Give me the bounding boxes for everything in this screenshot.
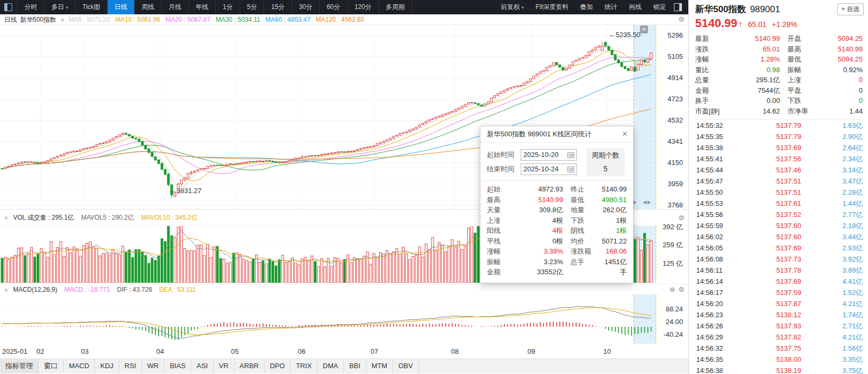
indicator-tab[interactable]: MACD	[64, 359, 95, 373]
tick-volume: 1.52亿	[801, 287, 863, 298]
nav-pair-icon[interactable]: ◀▶	[643, 199, 652, 205]
indicator-tab[interactable]: OBV	[393, 359, 418, 373]
tick-time: 14:56:17	[696, 287, 743, 298]
start-date-input[interactable]: 2025-10-2015	[521, 149, 577, 161]
indicator-tab[interactable]: ARBR	[234, 359, 265, 373]
vol-settings-gear-icon[interactable]: ⚙	[678, 214, 685, 222]
indicator-tab[interactable]: MTM	[366, 359, 393, 373]
chevron-down-icon[interactable]: ∨	[60, 17, 64, 23]
tick-row[interactable]: 14:56:385138.193.75亿	[689, 365, 868, 374]
stat-value: 1.44	[819, 106, 863, 117]
stat-value: 0	[819, 85, 863, 96]
indicator-tab[interactable]: DMA	[318, 359, 344, 373]
stat-value: 0.98	[725, 65, 780, 75]
stat-label: 最低	[571, 195, 601, 205]
tick-row[interactable]: 14:55:325137.791.63亿	[689, 120, 868, 131]
indicator-tab[interactable]: DPO	[265, 359, 291, 373]
indicator-tab[interactable]: 窗口	[39, 359, 64, 373]
macd-chart[interactable]	[0, 294, 656, 344]
start-date-label: 起始时间	[487, 150, 521, 160]
macd-close-icon[interactable]: ⊗	[669, 285, 675, 293]
indicator-tab[interactable]: VR	[214, 359, 234, 373]
month-label: 07	[371, 345, 378, 359]
quote-panel: 新华500指数 989001 + 自选 5140.99↑65.01+1.28% …	[688, 0, 868, 374]
tick-price: 5137.51	[743, 176, 801, 187]
indicator-tab[interactable]: RSI	[119, 359, 142, 373]
tick-price: 5137.46	[743, 164, 801, 176]
calendar-icon[interactable]: 15	[567, 152, 574, 158]
macd-settings-gear-icon[interactable]: ⚙	[678, 285, 685, 293]
quote-stat-row: 金额7544亿平盘0	[695, 85, 863, 96]
tick-row[interactable]: 14:56:085137.733.92亿	[689, 254, 868, 265]
tick-row[interactable]: 14:55:505137.512.28亿	[689, 187, 868, 198]
tick-row[interactable]: 14:56:175137.591.52亿	[689, 287, 868, 298]
tick-time: 14:56:20	[696, 298, 743, 309]
tick-row[interactable]: 14:56:325137.751.56亿	[689, 343, 868, 354]
indicator-tab[interactable]: KDJ	[95, 359, 119, 373]
chart-settings-gear-icon[interactable]: ⚙	[678, 14, 685, 25]
tick-row[interactable]: 14:56:055137.692.93亿	[689, 242, 868, 254]
tick-row[interactable]: 14:56:355138.003.35亿	[689, 354, 868, 365]
stock-code: 989001	[750, 4, 780, 15]
indicator-tab[interactable]: 指标管理	[0, 359, 39, 373]
stat-value: 5140.99	[819, 44, 863, 55]
tick-row[interactable]: 14:56:145137.694.41亿	[689, 276, 868, 287]
tick-row[interactable]: 14:55:355137.792.90亿	[689, 131, 868, 142]
quote-stat-row: 涨幅1.28%最低5094.25	[695, 54, 863, 65]
tick-row[interactable]: 14:55:385137.692.64亿	[689, 142, 868, 153]
tick-time: 14:56:02	[696, 231, 743, 242]
tick-row[interactable]: 14:55:475137.513.47亿	[689, 176, 868, 187]
stat-value: 5140.99	[725, 33, 780, 44]
tick-list[interactable]: 14:55:325137.791.63亿14:55:355137.792.90亿…	[689, 120, 868, 374]
stat-label: 最高	[487, 195, 510, 205]
tick-row[interactable]: 14:55:445137.463.14亿	[689, 164, 868, 176]
tick-volume: 3.44亿	[801, 231, 863, 242]
tick-row[interactable]: 14:56:265137.932.71亿	[689, 320, 868, 332]
macd-main-label: MACD(12,26,9)	[13, 286, 57, 293]
chart-nav-arrows[interactable]: ▶ ◀▶	[633, 199, 652, 205]
tick-volume: 1.63亿	[801, 120, 863, 131]
volume-axis-label: 392 亿	[656, 223, 683, 231]
month-label: 03	[81, 345, 89, 359]
stat-label: 换手	[695, 95, 725, 106]
indicator-tab[interactable]: ASI	[191, 359, 214, 373]
price-annotation: ←3831.27	[170, 187, 201, 195]
indicator-tabbar: 指标管理窗口MACDKDJRSIWRBIASASIVRARBRDPOTRIXDM…	[0, 359, 688, 373]
month-label: 2025-01	[2, 345, 28, 359]
indicator-tab[interactable]: BBI	[344, 359, 366, 373]
dialog-close-icon[interactable]: ✕	[622, 130, 628, 138]
tick-row[interactable]: 14:56:205137.874.21亿	[689, 298, 868, 309]
indicator-tab[interactable]: BIAS	[164, 359, 191, 373]
stat-value: 1451亿手	[601, 257, 627, 267]
selection-close-button[interactable]: ✕	[640, 25, 648, 33]
collapse-icon[interactable]: ∨	[4, 287, 8, 293]
dialog-stat-row: 涨幅3.38%涨跌额168.06	[487, 246, 627, 257]
tick-row[interactable]: 14:55:595137.602.18亿	[689, 220, 868, 231]
stat-label: 总手	[571, 257, 601, 267]
tick-row[interactable]: 14:56:115137.783.89亿	[689, 265, 868, 276]
add-watchlist-button[interactable]: + 自选	[837, 3, 864, 15]
nav-forward-icon[interactable]: ▶	[633, 199, 638, 205]
tick-volume: 1.56亿	[801, 343, 863, 354]
tick-price: 5137.69	[743, 142, 801, 153]
price-axis-label: 4150	[656, 159, 683, 167]
stat-label	[571, 267, 601, 277]
tick-row[interactable]: 14:56:295137.824.21亿	[689, 332, 868, 343]
tick-row[interactable]: 14:56:025137.603.44亿	[689, 231, 868, 242]
tick-row[interactable]: 14:55:565137.522.77亿	[689, 209, 868, 220]
stat-label: 地量	[571, 205, 601, 215]
time-axis: 2025-01020304050607080910	[0, 345, 656, 359]
stat-label: 市盈[静]	[695, 106, 725, 117]
tick-volume: 2.64亿	[801, 142, 863, 153]
calendar-icon[interactable]: 15	[567, 167, 574, 172]
collapse-icon[interactable]: ∨	[4, 215, 8, 221]
stat-value	[601, 267, 627, 277]
tick-row[interactable]: 14:55:415137.562.34亿	[689, 153, 868, 164]
month-label: 10	[603, 345, 611, 359]
indicator-tab[interactable]: TRIX	[291, 359, 318, 373]
tick-row[interactable]: 14:56:235138.121.74亿	[689, 309, 868, 320]
tick-row[interactable]: 14:55:535137.611.44亿	[689, 198, 868, 209]
period-count-box: 周期个数 5	[586, 148, 625, 176]
indicator-tab[interactable]: WR	[142, 359, 165, 373]
end-date-input[interactable]: 2025-10-2415	[521, 163, 577, 175]
